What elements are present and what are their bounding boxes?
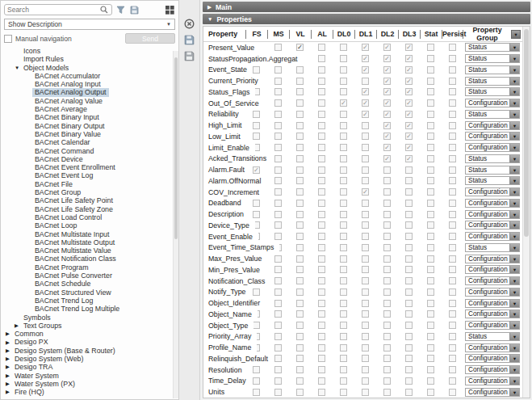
property-group-select[interactable]: Status▼ [465,87,520,96]
tree-expander-closed-icon[interactable]: ▶ [6,339,12,347]
checkbox-dl0[interactable] [340,188,347,196]
section-header-main[interactable]: ▶ Main [203,2,530,12]
tree-item[interactable]: ▶Water System (PX) [1,380,178,388]
checkbox-al[interactable] [318,99,325,107]
property-group-select[interactable]: Configuration▼ [465,232,520,241]
checkbox-ms[interactable] [274,200,282,207]
dropdown-arrow-icon[interactable]: ▼ [509,333,519,340]
checkbox-stat[interactable] [427,255,434,263]
tree-expander-closed-icon[interactable]: ▶ [15,322,21,330]
checkbox-stat[interactable] [427,166,434,174]
checkbox-dl1[interactable] [362,122,369,129]
checkbox-dl3[interactable] [405,355,413,362]
checkbox-vl[interactable] [296,344,304,352]
checkbox-dl0[interactable] [340,155,347,162]
checkbox-persist[interactable] [449,111,456,118]
tree-item[interactable]: ▶Desigo PX [1,338,178,346]
checkbox-al[interactable] [318,221,325,229]
tree-expander-closed-icon[interactable]: ▶ [6,380,12,388]
checkbox-dl3[interactable]: ✓ [405,155,413,162]
checkbox-vl[interactable] [296,221,304,229]
checkbox-stat[interactable] [427,133,434,140]
checkbox-ms[interactable] [274,377,282,385]
checkbox-vl[interactable] [296,99,304,107]
checkbox-al[interactable] [318,144,325,151]
checkbox-stat[interactable] [427,200,434,207]
checkbox-persist[interactable] [449,344,456,352]
checkbox-ms[interactable] [274,233,282,240]
checkbox-dl0[interactable] [340,211,347,218]
manual-navigation-checkbox[interactable] [4,35,12,43]
property-group-select[interactable]: Configuration▼ [465,143,520,152]
checkbox-vl[interactable] [296,288,304,296]
dropdown-arrow-icon[interactable]: ▼ [509,355,519,362]
checkbox-ms[interactable] [274,99,282,107]
save-icon[interactable] [183,34,195,46]
tree-item[interactable]: BACnet Trend Log Multiple [1,305,178,313]
checkbox-stat[interactable] [427,322,434,329]
checkbox-vl[interactable] [296,300,304,307]
checkbox-persist[interactable] [449,389,456,396]
property-group-select[interactable]: Configuration▼ [465,99,520,107]
checkbox-dl0[interactable] [340,310,347,318]
checkbox-persist[interactable] [449,322,456,329]
tree-item[interactable]: BACnet Event Enrollment [1,163,178,171]
checkbox-dl3[interactable] [405,211,413,218]
checkbox-persist[interactable] [449,55,456,62]
checkbox-dl0[interactable] [340,166,347,174]
search-input[interactable] [7,6,98,14]
checkbox-ms[interactable] [274,78,282,85]
checkbox-dl0[interactable] [340,200,347,207]
checkbox-persist[interactable] [449,88,456,95]
checkbox-stat[interactable] [427,277,434,284]
checkbox-vl[interactable] [296,255,304,263]
dropdown-arrow-icon[interactable]: ▼ [509,221,519,229]
property-group-select[interactable]: Configuration▼ [465,354,520,363]
property-group-select[interactable]: Status▼ [465,166,520,175]
checkbox-ms[interactable] [274,44,282,51]
close-icon[interactable] [183,18,195,30]
checkbox-persist[interactable] [449,188,456,196]
checkbox-stat[interactable] [427,266,434,273]
checkbox-dl3[interactable] [405,300,413,307]
checkbox-al[interactable] [318,166,325,174]
checkbox-persist[interactable] [449,233,456,240]
checkbox-persist[interactable] [449,366,456,373]
property-group-select[interactable]: Status▼ [465,54,520,63]
checkbox-dl3[interactable] [405,344,413,352]
checkbox-al[interactable] [318,133,325,140]
checkbox-dl1[interactable] [362,355,369,362]
checkbox-stat[interactable] [427,122,434,129]
checkbox-dl2[interactable] [383,288,391,296]
checkbox-al[interactable] [318,366,325,373]
dropdown-arrow-icon[interactable]: ▼ [509,166,519,174]
tree-item[interactable]: BACnet Analog Output [1,88,178,96]
checkbox-dl2[interactable]: ✓ [383,55,391,62]
checkbox-dl0[interactable] [340,266,347,273]
checkbox-al[interactable] [318,266,325,273]
tree-item[interactable]: Import Rules [1,55,178,63]
tree-item[interactable]: BACnet Binary Input [1,113,178,121]
checkbox-vl[interactable] [296,355,304,362]
checkbox-vl[interactable] [296,277,304,284]
checkbox-dl1[interactable]: ✓ [362,55,369,62]
property-group-select[interactable]: Configuration▼ [465,132,520,141]
checkbox-dl0[interactable] [340,300,347,307]
checkbox-dl1[interactable] [362,322,369,329]
tree-item[interactable]: BACnet Structured View [1,288,178,297]
checkbox-dl2[interactable]: ✓ [383,111,391,118]
checkbox-persist[interactable] [449,66,456,74]
checkbox-vl[interactable] [296,377,304,385]
checkbox-stat[interactable] [427,310,434,318]
checkbox-dl2[interactable] [383,300,391,307]
checkbox-ms[interactable] [274,333,282,340]
checkbox-dl3[interactable] [405,377,413,385]
property-group-select[interactable]: Status▼ [465,110,520,119]
checkbox-al[interactable] [318,177,325,184]
checkbox-ms[interactable] [274,344,282,352]
checkbox-al[interactable] [318,188,325,196]
checkbox-ms[interactable] [274,122,282,129]
checkbox-dl1[interactable] [362,221,369,229]
tree-item[interactable]: BACnet Binary Value [1,130,178,138]
checkbox-dl3[interactable] [405,389,413,396]
